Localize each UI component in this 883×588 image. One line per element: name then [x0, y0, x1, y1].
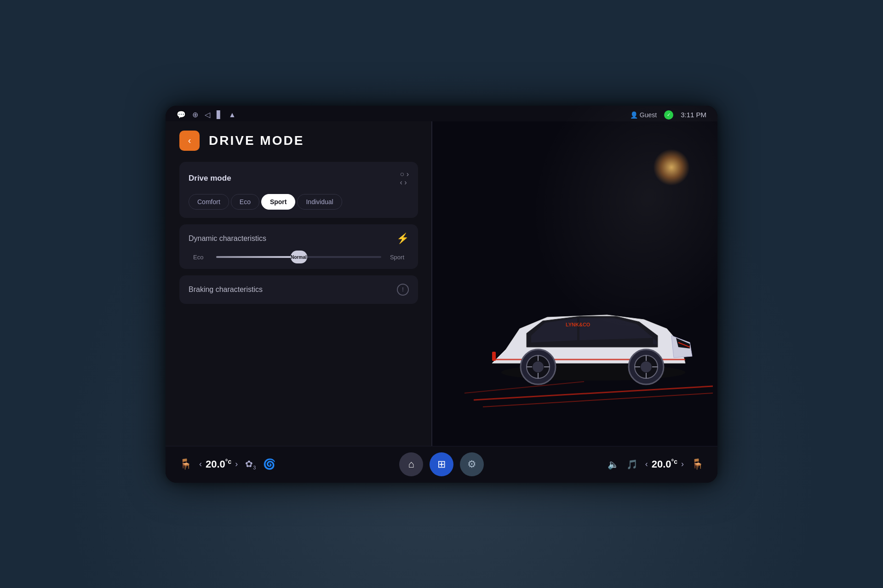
panel-header: ‹ DRIVE MODE [179, 131, 418, 151]
svg-line-2 [464, 382, 584, 393]
individual-tab[interactable]: Individual [297, 194, 342, 210]
svg-line-1 [483, 393, 713, 407]
svg-rect-19 [492, 352, 496, 361]
bottom-right-controls: 🔈 🎵 ‹ 20.0°c › 🪑 [608, 458, 704, 470]
bluetooth-icon: ⊕ [192, 110, 198, 119]
dynamic-slider-row: Eco Normal Sport [189, 254, 409, 261]
center-navigation: ⌂ ⊞ ⚙ [399, 452, 484, 476]
main-area: ‹ DRIVE MODE Drive mode ○ ›‹ › Comfort E… [166, 121, 717, 446]
time-display: 3:11 PM [681, 111, 706, 119]
svg-point-14 [641, 361, 652, 372]
right-temp-unit: °c [671, 458, 677, 465]
braking-characteristics-section: Braking characteristics ! [179, 275, 418, 304]
mode-tabs: Comfort Eco Sport Individual [189, 194, 409, 210]
slider-eco-label: Eco [193, 254, 210, 261]
braking-title: Braking characteristics [189, 285, 263, 294]
dynamic-characteristics-section: Dynamic characteristics ⚡ Eco Normal Spo… [179, 224, 418, 269]
left-temp-unit: °c [225, 458, 231, 465]
status-bar: 💬 ⊕ ◁ ▋ ▲ 👤 Guest ✓ 3:11 PM [166, 106, 717, 121]
right-seat-icon[interactable]: 🪑 [691, 458, 704, 470]
status-icons: 💬 ⊕ ◁ ▋ ▲ [177, 110, 236, 119]
left-temp-number: 20.0 [206, 459, 225, 470]
message-icon: 💬 [177, 110, 186, 119]
back-button[interactable]: ‹ [179, 131, 200, 151]
drive-mode-section: Drive mode ○ ›‹ › Comfort Eco Sport Indi… [179, 162, 418, 218]
expand-icon[interactable]: ○ ›‹ › [400, 170, 409, 187]
volume-icon[interactable]: 🔈 [608, 459, 619, 470]
sport-tab[interactable]: Sport [261, 194, 296, 210]
bottom-left-controls: 🪑 ‹ 20.0°c › ✿3 🌀 [179, 458, 275, 470]
heated-windshield-icon[interactable]: 🌀 [263, 458, 275, 470]
right-temp-control: ‹ 20.0°c › [645, 458, 684, 470]
right-temp-value: 20.0°c [652, 458, 677, 470]
left-temp-increase[interactable]: › [235, 459, 238, 469]
svg-text:LYNK&CO: LYNK&CO [566, 322, 591, 327]
info-icon[interactable]: ! [397, 284, 409, 296]
user-icon: 👤 [630, 111, 638, 119]
vertical-divider [431, 121, 432, 446]
settings-button[interactable]: ⚙ [460, 452, 484, 476]
right-panel: LYNK&CO [432, 121, 717, 446]
drive-mode-header: Drive mode ○ ›‹ › [189, 170, 409, 187]
car-dashboard: 💬 ⊕ ◁ ▋ ▲ 👤 Guest ✓ 3:11 PM ‹ [0, 0, 883, 588]
comfort-tab[interactable]: Comfort [189, 194, 229, 210]
left-panel: ‹ DRIVE MODE Drive mode ○ ›‹ › Comfort E… [166, 121, 432, 446]
slider-thumb[interactable]: Normal [291, 251, 307, 263]
right-temp-increase[interactable]: › [681, 459, 684, 469]
char-header: Dynamic characteristics ⚡ [189, 233, 409, 245]
slider-fill [216, 256, 299, 258]
page-title: DRIVE MODE [209, 133, 304, 148]
infotainment-screen: 💬 ⊕ ◁ ▋ ▲ 👤 Guest ✓ 3:11 PM ‹ [166, 106, 717, 483]
dynamic-slider-track[interactable]: Normal [216, 256, 381, 258]
left-temp-decrease[interactable]: ‹ [199, 459, 202, 469]
guest-label: 👤 Guest [630, 111, 657, 119]
connection-indicator: ✓ [664, 110, 673, 120]
eco-tab[interactable]: Eco [231, 194, 259, 210]
left-seat-icon[interactable]: 🪑 [179, 458, 192, 470]
fan-icon[interactable]: ✿3 [245, 458, 256, 470]
slider-sport-label: Sport [388, 254, 404, 261]
svg-line-0 [474, 386, 713, 400]
signal-icon: ▋ [217, 110, 222, 119]
guest-text: Guest [640, 111, 657, 119]
bottom-bar: 🪑 ‹ 20.0°c › ✿3 🌀 ⌂ ⊞ ⚙ [166, 446, 717, 483]
car-visualization: LYNK&CO [446, 244, 713, 418]
navigation-icon: ◁ [205, 110, 210, 119]
left-temp-value: 20.0°c [206, 458, 231, 470]
fan-speed: 3 [253, 465, 256, 470]
svg-point-7 [533, 361, 544, 372]
braking-header: Braking characteristics ! [189, 284, 409, 296]
lightning-icon: ⚡ [396, 233, 409, 245]
apps-button[interactable]: ⊞ [430, 452, 453, 476]
right-temp-number: 20.0 [652, 459, 671, 470]
dynamic-char-title: Dynamic characteristics [189, 234, 266, 243]
drive-mode-title: Drive mode [189, 174, 231, 183]
home-button[interactable]: ⌂ [399, 452, 423, 476]
media-icon[interactable]: 🎵 [626, 459, 638, 470]
sun-glow-effect [653, 149, 690, 186]
left-temp-control: ‹ 20.0°c › [199, 458, 238, 470]
status-right: 👤 Guest ✓ 3:11 PM [630, 110, 706, 120]
wifi-icon: ▲ [229, 111, 236, 119]
right-temp-decrease[interactable]: ‹ [645, 459, 648, 469]
